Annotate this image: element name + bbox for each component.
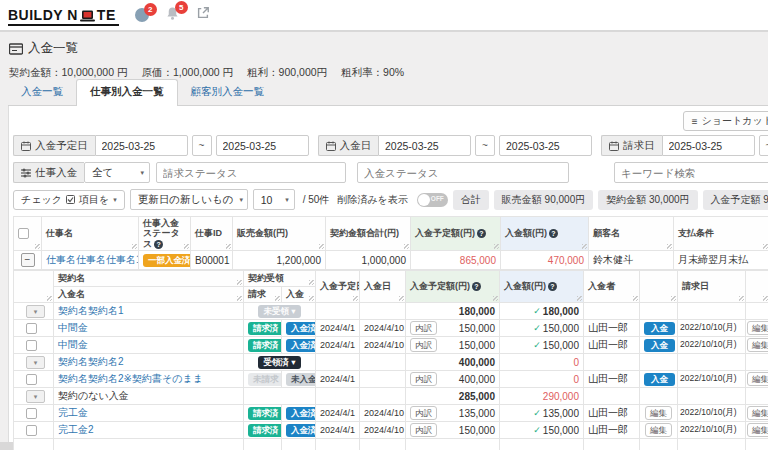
invoice-date-cell: 2022/10/10(月)	[678, 320, 746, 337]
logo-text-prefix: BUILDY N	[8, 7, 78, 23]
status-filter-row: 仕事入金 全て ▾	[13, 162, 768, 183]
payment-button[interactable]: 入金	[644, 373, 675, 386]
sort-select[interactable]: 更新日の新しいもの ▾	[130, 189, 248, 210]
bell-icon[interactable]: 5	[165, 6, 180, 25]
payment-name-link[interactable]: 中間金	[58, 322, 88, 333]
external-link-icon[interactable]	[196, 6, 210, 24]
collapse-button[interactable]: −	[21, 253, 35, 267]
date-filter-label: 入金日	[318, 135, 379, 156]
tab-顧客別入金一覧[interactable]: 顧客別入金一覧	[178, 80, 278, 105]
payment-name-link[interactable]: 契約名契約名2※契約書そのまま	[58, 373, 203, 384]
date-to-input[interactable]	[499, 135, 592, 156]
payer-cell	[584, 303, 640, 320]
row-checkbox[interactable]	[26, 425, 37, 436]
date-filter-group: 入金日~	[318, 135, 593, 156]
row-checkbox[interactable]	[26, 340, 37, 351]
payment-button[interactable]: 入金	[644, 322, 675, 335]
job-name-header: 仕事名	[42, 217, 139, 251]
breakdown-button[interactable]: 内訳	[410, 321, 437, 335]
edit-button[interactable]: 編集	[747, 321, 768, 335]
job-name-link[interactable]: 仕事名仕事名仕事名1	[46, 254, 139, 265]
info-icon[interactable]: ?	[477, 229, 486, 238]
edit-button[interactable]: 編集	[747, 423, 768, 437]
chevron-down-button[interactable]: ▾	[26, 305, 45, 318]
laptop-logo-icon	[80, 10, 95, 22]
chevron-down-icon: ▾	[285, 196, 289, 204]
payment-name-link[interactable]: 完工金2	[58, 424, 94, 435]
tab-bar: 入金一覧仕事別入金一覧顧客別入金一覧	[8, 83, 768, 106]
date-filter-label-text: 入金日	[340, 139, 372, 153]
job-id-header: 仕事ID	[191, 217, 233, 251]
breakdown-button[interactable]: 内訳	[410, 423, 437, 437]
tab-入金一覧[interactable]: 入金一覧	[8, 80, 76, 105]
chevron-down-button[interactable]: ▾	[26, 356, 45, 369]
date-from-input[interactable]	[378, 135, 471, 156]
row-checkbox[interactable]	[26, 408, 37, 419]
payment-button[interactable]: 入金	[644, 339, 675, 352]
info-icon[interactable]: ?	[549, 229, 558, 238]
shortcut-button[interactable]: ≡ ショートカット	[683, 111, 768, 131]
tab-仕事別入金一覧[interactable]: 仕事別入金一覧	[76, 79, 178, 106]
check-items-prefix: チェック	[21, 193, 62, 207]
job-payment-filter-label: 仕事入金	[13, 162, 84, 183]
invoice-status-badge: 請求済	[248, 424, 282, 437]
scope-select[interactable]: 全て ▾	[84, 162, 150, 183]
check-items-button[interactable]: チェック 項目を ▾	[13, 190, 125, 210]
tables-area: 仕事名 仕事入金ステータス? 仕事ID 販売金額(円) 契約金額合計(円) 入金…	[13, 216, 768, 450]
invoice-status-cell: 未請求	[244, 371, 282, 388]
calendar-icon	[21, 141, 31, 151]
select-all-checkbox[interactable]	[18, 228, 29, 239]
summary-line: 契約金額：10,000,000 円原価：1,000,000 円粗利：900,00…	[0, 57, 768, 80]
edit-cell	[746, 354, 768, 371]
breakdown-button[interactable]: 内訳	[410, 406, 437, 420]
date-from-input[interactable]	[662, 135, 755, 156]
row-checkbox[interactable]	[26, 323, 37, 334]
paid-amount-text: 0	[573, 357, 579, 368]
edit-button[interactable]: 編集	[645, 406, 672, 420]
paid-amount-cell: 0	[500, 354, 584, 371]
payment-row: ▾契約のない入金285,000290,000	[14, 388, 768, 405]
empty-cell	[360, 439, 406, 450]
info-icon[interactable]: ?	[472, 282, 481, 291]
page-size-select[interactable]: 10 ▾	[253, 189, 295, 210]
paid-amount-cell: ✓150,000	[500, 422, 584, 439]
info-icon[interactable]: ?	[154, 240, 163, 249]
payment-name-link[interactable]: 契約名契約名1	[58, 305, 124, 316]
invoice-date-cell	[678, 303, 746, 320]
edit-button[interactable]: 編集	[747, 406, 768, 420]
invoice-date-cell: 2022/10/10(月)	[678, 337, 746, 354]
breakdown-button[interactable]: 内訳	[410, 338, 437, 352]
payment-name-link[interactable]: 中間金	[58, 339, 88, 350]
payment-status-input[interactable]	[357, 162, 569, 183]
edit-button[interactable]: 編集	[747, 338, 768, 352]
app-logo[interactable]: BUILDY N TE	[8, 5, 119, 26]
receipt-status-badge[interactable]: 未受領 ▾	[258, 305, 300, 318]
keyword-search-input[interactable]	[614, 162, 768, 183]
job-id-cell: B00001	[191, 251, 233, 270]
summary-item: 粗利率：90%	[341, 66, 404, 78]
edit-button[interactable]: 編集	[645, 423, 672, 437]
invoice-status-input[interactable]	[156, 162, 346, 183]
paid-amount-wrap: 290,000	[504, 391, 579, 402]
empty-cell	[746, 439, 768, 450]
info-icon[interactable]: ?	[548, 282, 557, 291]
edit-button[interactable]: 編集	[747, 372, 768, 386]
invoice-status-badge: 請求済	[248, 407, 282, 420]
job-table: 仕事名 仕事入金ステータス? 仕事ID 販売金額(円) 契約金額合計(円) 入金…	[13, 216, 768, 270]
date-to-input[interactable]	[216, 135, 309, 156]
date-from-input[interactable]	[95, 135, 188, 156]
sliders-icon	[21, 168, 31, 178]
date-filter-row: 入金予定日~入金日~請求日~	[13, 135, 768, 156]
payment-name-cell: 契約名契約名2	[54, 354, 244, 371]
breakdown-button[interactable]: 内訳	[410, 372, 437, 386]
date-range-separator: ~	[759, 135, 768, 156]
chevron-down-button[interactable]: ▾	[26, 390, 45, 403]
expected-amount-subheader-text: 入金予定額(円)	[410, 281, 470, 291]
empty-cell	[14, 439, 54, 450]
receipt-status-badge[interactable]: 受領済 ▾	[258, 356, 300, 369]
row-checkbox[interactable]	[26, 374, 37, 385]
payment-name-link[interactable]: 完工金	[58, 407, 88, 418]
payment-name-link[interactable]: 契約名契約名2	[58, 356, 124, 367]
show-deleted-toggle[interactable]: OFF	[417, 193, 448, 207]
chat-icon[interactable]: 2	[135, 8, 149, 22]
